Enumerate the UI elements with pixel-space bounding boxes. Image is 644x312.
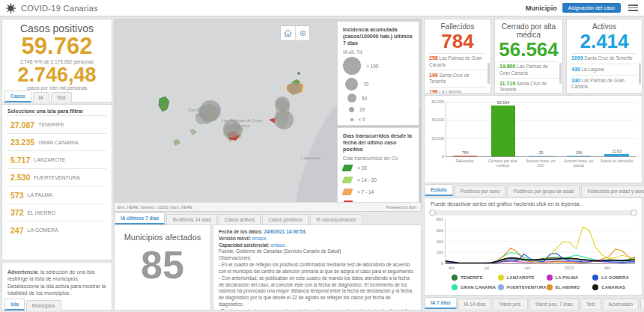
island-filter-prompt: Seleccione una isla para filtrar bbox=[7, 108, 106, 114]
tab-test[interactable]: Test bbox=[51, 92, 72, 103]
closed-item: 11.719 Santa Cruz de Tenerife bbox=[499, 78, 558, 94]
assign-case-button[interactable]: Asignación del caso bbox=[562, 3, 621, 13]
island-row-la-palma[interactable]: 573LA PALMA bbox=[7, 186, 106, 204]
days-swatch-7-14 bbox=[342, 189, 353, 195]
card-scrollbar[interactable] bbox=[639, 63, 641, 84]
tab-casos-positivos[interactable]: Casos positivos bbox=[262, 214, 309, 224]
deaths-card: Fallecidos 784 258 Las Palmas de Gran Ca… bbox=[424, 19, 491, 94]
tab-estado[interactable]: Estado bbox=[425, 184, 453, 196]
tab-lc-test[interactable]: Test bbox=[580, 299, 601, 309]
incidence-line-chart-panel: Puede desactivar series del gráfico haci… bbox=[424, 198, 643, 296]
incidence-legend: Incidencia acumulada (casos/100000 hab.)… bbox=[337, 21, 419, 126]
legend-la-gomera[interactable]: LA GOMERA bbox=[592, 275, 639, 281]
legend-la-palma[interactable]: LA PALMA bbox=[547, 275, 593, 281]
legend-circle-100 bbox=[343, 57, 361, 75]
status-bar-chart: 60.000 40.000 20.000 0 78456.56425196219… bbox=[446, 102, 636, 157]
legend-tenerife[interactable]: TENERIFE bbox=[452, 275, 498, 281]
positive-cases-rate: 2.746,48 bbox=[2, 64, 112, 85]
legend-circle-20 bbox=[349, 107, 354, 112]
data-date-label: Fecha de los datos: bbox=[219, 229, 263, 234]
tab-casos[interactable]: Casos bbox=[4, 91, 31, 103]
affected-municipalities-title: Municipios afectados bbox=[115, 233, 210, 242]
legend-canarias[interactable]: CANARIAS bbox=[592, 284, 639, 290]
bar-category-label: Fallecidos bbox=[446, 159, 484, 168]
tab-ia-7-dias[interactable]: IA últimos 7 días bbox=[115, 212, 165, 224]
tab-ia[interactable]: IA bbox=[33, 92, 49, 103]
tab-lc-acumulado[interactable]: Acumulado bbox=[603, 299, 640, 309]
active-card: Activos 2.414 1099 Santa Cruz de Tenerif… bbox=[566, 19, 643, 94]
positive-cases-panel: Casos positivos 59.762 2,746 %% de 2.175… bbox=[1, 19, 112, 103]
days-legend-title: Días transcurridos desde la fecha del úl… bbox=[343, 132, 413, 153]
municipio-label: Municipio bbox=[526, 4, 557, 12]
time-range-slider[interactable] bbox=[431, 210, 636, 215]
map[interactable]: Santa Cruz de Tenerife Las Palmas de Gra… bbox=[114, 19, 422, 212]
bar-2[interactable]: 25 bbox=[522, 102, 560, 156]
bar-1[interactable]: 56.564 bbox=[484, 102, 523, 156]
map-home-button[interactable] bbox=[281, 26, 295, 40]
legend-lanzarote[interactable]: LANZAROTE bbox=[498, 275, 547, 281]
affected-municipalities-value: 85 bbox=[115, 242, 210, 288]
incidence-legend-title: Incidencia acumulada (casos/100000 hab.)… bbox=[343, 26, 413, 46]
deaths-value: 784 bbox=[425, 31, 490, 52]
legend-circle-50 bbox=[347, 94, 356, 103]
menu-icon[interactable] bbox=[628, 4, 638, 11]
legend-hint-text: Puede desactivar series del gráfico haci… bbox=[431, 201, 580, 207]
island-row-la-gomera[interactable]: 247LA GOMERA bbox=[7, 221, 106, 239]
tab-lc-ia14[interactable]: IA 14 días bbox=[458, 299, 492, 309]
tab-casos-activos[interactable]: Casos activos bbox=[219, 214, 261, 224]
data-date-value: 24/6/2021 14:00:53. bbox=[264, 229, 307, 234]
map-label-gran-canaria: Las Palmas de Gran Canaria bbox=[221, 118, 263, 128]
tab-lc-testpos7[interactable]: %test pos. 7 días bbox=[529, 299, 579, 309]
bar-value-label: 784 bbox=[446, 150, 484, 155]
map-attribution: Esri, HERE, Garmin, USGS | Esri, HERE Po… bbox=[115, 202, 421, 211]
slider-handle-right[interactable] bbox=[631, 209, 637, 216]
legend-el-hierro[interactable]: EL HIERRO bbox=[547, 284, 593, 290]
island-row-el-hierro[interactable]: 372EL HIERRO bbox=[7, 204, 106, 221]
days-legend: Días transcurridos desde la fecha del úl… bbox=[337, 127, 419, 211]
tab-lc-diario[interactable]: Diario bbox=[640, 299, 644, 309]
warning-bold: Advertencia bbox=[7, 269, 37, 275]
home-icon bbox=[284, 29, 292, 37]
closed-title: Cerrado por alta médica bbox=[495, 22, 562, 39]
status-bar-chart-panel: 60.000 40.000 20.000 0 78456.56425196219… bbox=[424, 95, 643, 183]
observation-bullet: - En el cómputo de casos cerrados se inc… bbox=[219, 308, 416, 311]
legend-fuerteventura[interactable]: FUERTEVENTURA bbox=[498, 284, 547, 290]
capacity-link[interactable]: enlace. bbox=[271, 242, 286, 248]
positive-cases-total: 59.762 bbox=[2, 34, 112, 59]
map-locate-button[interactable] bbox=[295, 26, 309, 40]
tab-casos-poblacion[interactable]: % casos/población bbox=[310, 214, 362, 224]
tab-fallecidos-edad-sexo[interactable]: Fallecidos por edad y sexo bbox=[581, 186, 644, 196]
line-chart-tabs: IA 7 días IA 14 días %test pos. %test po… bbox=[425, 297, 644, 309]
mobile-version-link[interactable]: enlace. bbox=[252, 236, 267, 241]
tab-positivos-sexo[interactable]: Positivos por sexo bbox=[455, 186, 506, 196]
bar-4[interactable]: 2193 bbox=[598, 102, 636, 156]
legend-gran-canaria[interactable]: GRAN CANARIA bbox=[452, 284, 498, 290]
island-row-gran-canaria[interactable]: 23.235GRAN CANARIA bbox=[7, 133, 106, 151]
tab-isla[interactable]: Isla bbox=[4, 299, 25, 311]
warning-panel: Advertencia: la selección de una isla re… bbox=[1, 262, 112, 311]
bar-category-label: Activos hosp. en planta bbox=[559, 159, 598, 168]
source-line: Fuente: Gobierno de Canarias (Servicio C… bbox=[219, 248, 416, 255]
bar-value-label: 25 bbox=[522, 150, 560, 155]
active-item: 1099 Santa Cruz de Tenerife bbox=[571, 53, 637, 64]
slider-handle-left[interactable] bbox=[429, 209, 436, 216]
map-label-laayoune: Laayoune bbox=[294, 156, 327, 161]
tab-lc-ia7[interactable]: IA 7 días bbox=[425, 297, 457, 309]
days-swatch-30 bbox=[342, 165, 353, 171]
tab-positivos-edad[interactable]: Positivos por grupo de edad bbox=[507, 186, 580, 196]
card-scrollbar[interactable] bbox=[487, 63, 490, 84]
active-value: 2.414 bbox=[567, 31, 642, 52]
bar-0[interactable]: 784 bbox=[446, 102, 484, 156]
tab-ia-14-dias[interactable]: IA últimos 14 días bbox=[166, 214, 216, 224]
active-item: 439 La Laguna bbox=[571, 64, 637, 75]
island-row-lanzarote[interactable]: 5.717LANZAROTE bbox=[7, 150, 106, 168]
island-row-fuerteventura[interactable]: 2.530FUERTEVENTURA bbox=[7, 168, 106, 186]
card-scrollbar[interactable] bbox=[559, 63, 562, 84]
tab-lc-testpos[interactable]: %test pos. bbox=[493, 299, 527, 309]
bar-value-label: 56.564 bbox=[484, 100, 523, 105]
bar-3[interactable]: 196 bbox=[560, 102, 598, 156]
map-label-tenerife: Santa Cruz de Tenerife bbox=[183, 108, 222, 117]
island-row-tenerife[interactable]: 27.087TENERIFE bbox=[7, 115, 106, 133]
bar-category-label: Cerrado por alta médica bbox=[484, 159, 522, 168]
tab-municipios[interactable]: Municipios bbox=[26, 300, 61, 311]
